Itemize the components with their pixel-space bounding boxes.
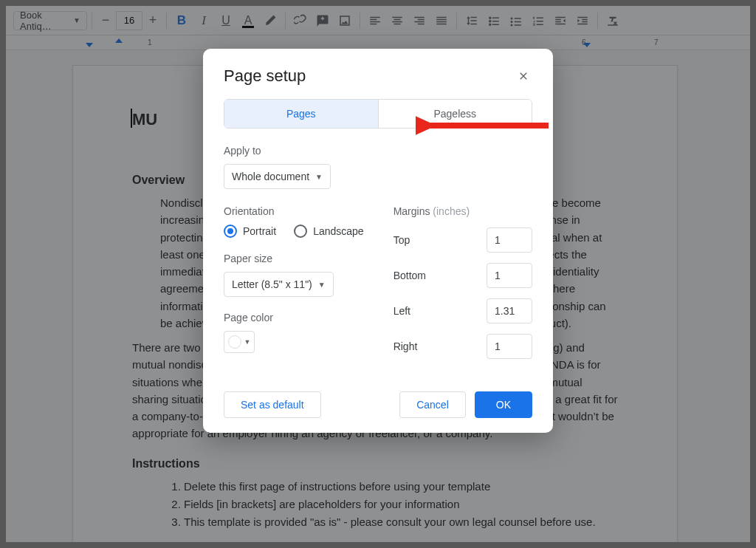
margin-left-input[interactable] (487, 298, 532, 323)
orientation-label: Orientation (224, 205, 364, 217)
margin-bottom-label: Bottom (394, 270, 426, 281)
page-color-label: Page color (224, 312, 364, 323)
tab-pageless[interactable]: Pageless (379, 100, 532, 128)
modal-overlay: Page setup Pages Pageless Apply to Whole… (6, 6, 750, 542)
paper-size-dropdown[interactable]: Letter (8.5" x 11") ▼ (224, 272, 334, 297)
paper-size-label: Paper size (224, 253, 364, 264)
chevron-down-icon: ▼ (244, 338, 251, 346)
margin-bottom-input[interactable] (487, 263, 532, 288)
paper-size-value: Letter (8.5" x 11") (232, 278, 312, 290)
orientation-landscape-radio[interactable]: Landscape (294, 225, 364, 238)
apply-to-label: Apply to (224, 145, 532, 157)
right-column: Margins (inches) Top Bottom Left Right (394, 205, 532, 369)
radio-icon (224, 225, 237, 238)
margin-top-input[interactable] (487, 227, 532, 253)
margin-top-label: Top (394, 234, 410, 246)
page-setup-dialog: Page setup Pages Pageless Apply to Whole… (203, 49, 553, 433)
margins-label: Margins (inches) (394, 205, 532, 217)
ok-button[interactable]: OK (475, 391, 532, 418)
tab-pages[interactable]: Pages (224, 100, 379, 128)
tab-row: Pages Pageless (224, 99, 532, 129)
left-column: Orientation Portrait Landscape Paper siz… (224, 205, 364, 369)
apply-to-dropdown[interactable]: Whole document ▼ (224, 164, 331, 189)
margin-left-label: Left (394, 305, 410, 317)
margin-right-input[interactable] (487, 334, 532, 359)
chevron-down-icon: ▼ (315, 173, 323, 181)
cancel-button[interactable]: Cancel (399, 391, 466, 418)
radio-icon (294, 225, 307, 238)
dialog-title: Page setup (224, 66, 306, 86)
set-as-default-button[interactable]: Set as default (224, 391, 321, 418)
page-color-dropdown[interactable]: ▼ (224, 331, 255, 353)
apply-to-value: Whole document (232, 171, 309, 182)
chevron-down-icon: ▼ (318, 281, 326, 289)
close-icon (518, 70, 529, 82)
orientation-portrait-radio[interactable]: Portrait (224, 225, 276, 238)
color-swatch-icon (228, 335, 241, 349)
close-button[interactable] (515, 67, 532, 85)
margin-right-label: Right (394, 340, 418, 352)
